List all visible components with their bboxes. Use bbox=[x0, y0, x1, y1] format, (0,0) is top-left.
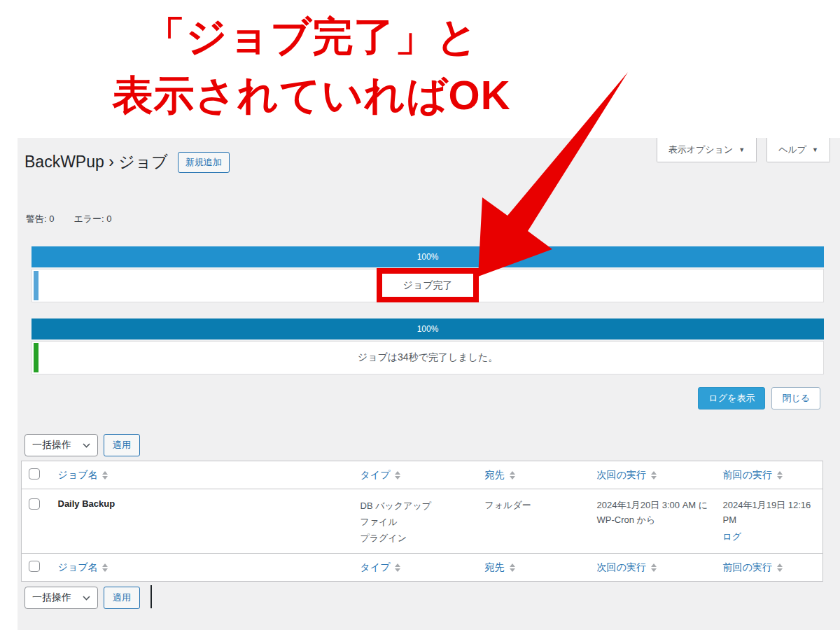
chevron-down-icon: ▼ bbox=[812, 146, 818, 153]
select-all-checkbox[interactable] bbox=[29, 468, 40, 479]
apply-button[interactable]: 適用 bbox=[104, 587, 140, 609]
sort-next-run[interactable]: 次回の実行 bbox=[597, 561, 657, 574]
annotation-line-1: 「ジョブ完了」と bbox=[0, 7, 623, 66]
job-type: プラグイン bbox=[360, 531, 471, 547]
select-chevron-icon bbox=[83, 443, 90, 448]
job-type: DB バックアップ bbox=[360, 498, 471, 514]
job-last-run: 2024年1月19日 12:16 PM bbox=[723, 500, 811, 525]
sort-icon bbox=[510, 471, 515, 479]
screen-options-label: 表示オプション bbox=[668, 144, 734, 156]
add-new-button[interactable]: 新規追加 bbox=[178, 152, 230, 173]
title-row: BackWPup › ジョブ 新規追加 bbox=[24, 152, 230, 173]
bulk-action-select[interactable]: 一括操作 bbox=[24, 434, 98, 456]
table-footer-row: ジョブ名 タイプ 宛先 次回の実行 前回の実行 bbox=[22, 554, 823, 582]
sort-job-name[interactable]: ジョブ名 bbox=[58, 561, 108, 574]
step-progress-indicator bbox=[34, 343, 38, 372]
sort-icon bbox=[102, 564, 108, 572]
close-button[interactable]: 閉じる bbox=[771, 387, 820, 410]
row-checkbox[interactable] bbox=[29, 498, 40, 510]
show-log-button[interactable]: ログを表示 bbox=[698, 387, 765, 410]
warnings-count: 警告: 0 bbox=[26, 213, 54, 225]
job-next-run: 2024年1月20日 3:00 AM に WP-Cron から bbox=[597, 500, 708, 525]
progress-percent: 100% bbox=[417, 252, 439, 262]
sort-icon bbox=[651, 564, 657, 572]
sort-icon bbox=[395, 471, 400, 479]
backwpup-jobs-page: 表示オプション ▼ ヘルプ ▼ BackWPup › ジョブ 新規追加 警告: … bbox=[18, 138, 840, 630]
chevron-down-icon: ▼ bbox=[738, 146, 745, 153]
job-status-row: ジョブは34秒で完了しました。 bbox=[31, 341, 824, 374]
progress-actions: ログを表示 閉じる bbox=[698, 387, 820, 410]
errors-count: エラー: 0 bbox=[74, 213, 111, 225]
select-all-checkbox[interactable] bbox=[29, 561, 40, 572]
jobs-table: ジョブ名 タイプ 宛先 次回の実行 前回の実行 Daily Backup DB … bbox=[21, 461, 823, 582]
job-progress-bar: 100% bbox=[31, 318, 824, 340]
sort-icon bbox=[395, 564, 400, 572]
help-tab[interactable]: ヘルプ ▼ bbox=[766, 138, 830, 162]
bulk-action-select[interactable]: 一括操作 bbox=[24, 587, 98, 609]
sort-last-run[interactable]: 前回の実行 bbox=[723, 469, 783, 482]
bulk-action-selected: 一括操作 bbox=[32, 592, 71, 604]
table-header-row: ジョブ名 タイプ 宛先 次回の実行 前回の実行 bbox=[22, 461, 823, 489]
sort-next-run[interactable]: 次回の実行 bbox=[597, 469, 657, 482]
table-row: Daily Backup DB バックアップ ファイル プラグイン フォルダー … bbox=[22, 489, 823, 554]
progress-percent: 100% bbox=[417, 324, 439, 334]
select-chevron-icon bbox=[83, 596, 90, 601]
sort-icon bbox=[510, 564, 515, 572]
sort-type[interactable]: タイプ bbox=[360, 561, 401, 574]
sort-destination[interactable]: 宛先 bbox=[485, 469, 515, 482]
sort-icon bbox=[102, 471, 108, 479]
sort-icon bbox=[777, 471, 783, 479]
job-status-row: ジョブ完了 bbox=[31, 269, 824, 302]
screen-meta-tabs: 表示オプション ▼ ヘルプ ▼ bbox=[657, 138, 830, 162]
job-destination: フォルダー bbox=[485, 500, 531, 510]
sort-last-run[interactable]: 前回の実行 bbox=[723, 561, 783, 574]
log-link[interactable]: ログ bbox=[723, 531, 742, 543]
job-status-message: ジョブ完了 bbox=[403, 279, 453, 292]
annotation-text: 「ジョブ完了」と 表示されていればOK bbox=[0, 7, 623, 125]
bulk-actions-bottom: 一括操作 適用 bbox=[24, 587, 140, 609]
bulk-actions-top: 一括操作 適用 bbox=[24, 434, 140, 456]
page-title: BackWPup › ジョブ bbox=[24, 152, 168, 173]
job-progress-bar: 100% bbox=[31, 246, 824, 267]
annotation-line-2: 表示されていればOK bbox=[0, 66, 623, 125]
sort-type[interactable]: タイプ bbox=[360, 469, 401, 482]
apply-button[interactable]: 適用 bbox=[104, 434, 140, 456]
status-line: 警告: 0 エラー: 0 bbox=[26, 213, 112, 225]
job-status-message: ジョブは34秒で完了しました。 bbox=[358, 351, 498, 364]
sort-icon bbox=[651, 471, 657, 479]
sort-job-name[interactable]: ジョブ名 bbox=[58, 469, 108, 482]
bulk-action-selected: 一括操作 bbox=[32, 439, 71, 451]
sort-icon bbox=[777, 564, 783, 572]
job-name-link[interactable]: Daily Backup bbox=[58, 498, 115, 509]
step-progress-indicator bbox=[34, 271, 38, 300]
screen-options-tab[interactable]: 表示オプション ▼ bbox=[657, 138, 757, 162]
job-type: ファイル bbox=[360, 514, 471, 531]
help-label: ヘルプ bbox=[778, 144, 806, 156]
sort-destination[interactable]: 宛先 bbox=[485, 561, 515, 574]
text-cursor bbox=[150, 585, 152, 608]
